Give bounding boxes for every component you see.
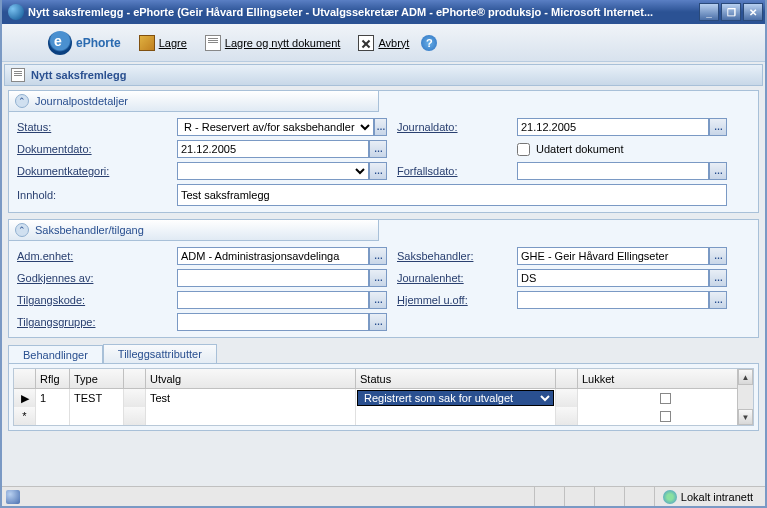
status-row-select[interactable]: Registrert som sak for utvalget — [357, 390, 554, 406]
godkjennes-input[interactable] — [177, 269, 369, 287]
tilgangsgruppe-picker[interactable]: … — [369, 313, 387, 331]
panel-title: Journalpostdetaljer — [35, 95, 128, 107]
save-new-label: Lagre og nytt dokument — [225, 37, 341, 49]
logo-text: ePhorte — [76, 36, 121, 50]
admenhet-input[interactable] — [177, 247, 369, 265]
saksbehandler-picker[interactable]: … — [709, 247, 727, 265]
forfallsdato-label: Forfallsdato: — [397, 165, 507, 177]
saksbehandler-label: Saksbehandler: — [397, 250, 507, 262]
app-icon — [8, 4, 24, 20]
zone-text: Lokalt intranett — [681, 491, 753, 503]
window-titlebar: Nytt saksfremlegg - ePhorte (Geir Håvard… — [2, 0, 765, 24]
journaldato-picker[interactable]: … — [709, 118, 727, 136]
zone-icon — [663, 490, 677, 504]
status-select[interactable]: R - Reservert av/for saksbehandler — [177, 118, 374, 136]
close-button[interactable]: ✕ — [743, 3, 763, 21]
dokumentkategori-label: Dokumentkategori: — [17, 165, 167, 177]
table-row-new[interactable]: * — [14, 407, 753, 425]
collapse-icon: ⌃ — [15, 223, 29, 237]
scroll-up-icon[interactable]: ▲ — [738, 369, 753, 385]
done-icon — [6, 490, 20, 504]
save-icon — [139, 35, 155, 51]
tilgangskode-picker[interactable]: … — [369, 291, 387, 309]
panel-journalpostdetaljer: ⌃ Journalpostdetaljer Status: R - Reserv… — [8, 90, 759, 213]
row-marker-new: * — [14, 407, 36, 425]
godkjennes-picker[interactable]: … — [369, 269, 387, 287]
dokumentdato-input[interactable] — [177, 140, 369, 158]
tab-tilleggsattributter[interactable]: Tilleggsattributter — [103, 344, 217, 363]
saksbehandler-input[interactable] — [517, 247, 709, 265]
grid-header-status[interactable]: Status — [356, 369, 556, 388]
admenhet-picker[interactable]: … — [369, 247, 387, 265]
tab-behandlinger[interactable]: Behandlinger — [8, 345, 103, 364]
udatert-label: Udatert dokument — [536, 143, 623, 155]
grid-header-rflg[interactable]: Rflg — [36, 369, 70, 388]
innhold-label: Innhold: — [17, 189, 167, 201]
cell-btn2[interactable] — [556, 389, 578, 407]
tab-panel: Rflg Type Utvalg Status Lukket ▶ 1 TEST … — [8, 363, 759, 431]
grid-header-type[interactable]: Type — [70, 369, 124, 388]
lukket-checkbox[interactable] — [660, 393, 671, 404]
admenhet-label: Adm.enhet: — [17, 250, 167, 262]
grid-scrollbar[interactable]: ▲ ▼ — [737, 369, 753, 425]
panel-title: Saksbehandler/tilgang — [35, 224, 144, 236]
grid-header-utvalg[interactable]: Utvalg — [146, 369, 356, 388]
toolbar: ePhorte Lagre Lagre og nytt dokument Avb… — [2, 24, 765, 62]
grid-header-blank2 — [556, 369, 578, 388]
journaldato-input[interactable] — [517, 118, 709, 136]
logo-icon — [48, 31, 72, 55]
dokumentkategori-picker[interactable]: … — [369, 162, 387, 180]
document-icon — [205, 35, 221, 51]
dokumentkategori-select[interactable] — [177, 162, 369, 180]
cell-rflg[interactable]: 1 — [36, 389, 70, 407]
status-label: Status: — [17, 121, 167, 133]
grid-header-rowmark — [14, 369, 36, 388]
document-icon — [11, 68, 25, 82]
godkjennes-label: Godkjennes av: — [17, 272, 167, 284]
journalenhet-input[interactable] — [517, 269, 709, 287]
udatert-checkbox[interactable] — [517, 143, 530, 156]
cell-type[interactable]: TEST — [70, 389, 124, 407]
journalenhet-picker[interactable]: … — [709, 269, 727, 287]
scroll-down-icon[interactable]: ▼ — [738, 409, 753, 425]
help-button[interactable]: ? — [421, 35, 437, 51]
hjemmel-input[interactable] — [517, 291, 709, 309]
collapse-icon: ⌃ — [15, 94, 29, 108]
tilgangsgruppe-input[interactable] — [177, 313, 369, 331]
cell-status[interactable]: Registrert som sak for utvalget — [356, 389, 556, 407]
save-button[interactable]: Lagre — [133, 33, 193, 53]
panel-header-saksbehandler[interactable]: ⌃ Saksbehandler/tilgang — [9, 220, 379, 241]
lukket-checkbox-new[interactable] — [660, 411, 671, 422]
panel-saksbehandler: ⌃ Saksbehandler/tilgang Adm.enhet: … Sak… — [8, 219, 759, 338]
forfallsdato-picker[interactable]: … — [709, 162, 727, 180]
grid-header-blank1 — [124, 369, 146, 388]
tilgangskode-input[interactable] — [177, 291, 369, 309]
restore-button[interactable]: ❐ — [721, 3, 741, 21]
udatert-checkbox-wrap[interactable]: Udatert dokument — [517, 143, 727, 156]
innhold-input[interactable] — [177, 184, 727, 206]
tabs: Behandlinger Tilleggsattributter — [8, 344, 759, 363]
dokumentdato-label: Dokumentdato: — [17, 143, 167, 155]
save-new-button[interactable]: Lagre og nytt dokument — [199, 33, 347, 53]
cancel-button[interactable]: Avbryt — [352, 33, 415, 53]
table-row[interactable]: ▶ 1 TEST Test Registrert som sak for utv… — [14, 389, 753, 407]
grid-header-lukket[interactable]: Lukket — [578, 369, 753, 388]
cell-lukket[interactable] — [578, 389, 753, 407]
dokumentdato-picker[interactable]: … — [369, 140, 387, 158]
cancel-icon — [358, 35, 374, 51]
forfallsdato-input[interactable] — [517, 162, 709, 180]
journaldato-label: Journaldato: — [397, 121, 507, 133]
save-label: Lagre — [159, 37, 187, 49]
cell-btn[interactable] — [124, 389, 146, 407]
cell-utvalg[interactable]: Test — [146, 389, 356, 407]
subtitle-bar: Nytt saksfremlegg — [4, 64, 763, 86]
status-picker[interactable]: … — [374, 118, 387, 136]
panel-header-journalpost[interactable]: ⌃ Journalpostdetaljer — [9, 91, 379, 112]
journalenhet-label: Journalenhet: — [397, 272, 507, 284]
statusbar: Lokalt intranett — [2, 486, 765, 506]
minimize-button[interactable]: _ — [699, 3, 719, 21]
row-marker-current: ▶ — [14, 389, 36, 407]
window-title: Nytt saksfremlegg - ePhorte (Geir Håvard… — [28, 6, 699, 18]
hjemmel-picker[interactable]: … — [709, 291, 727, 309]
tilgangskode-label: Tilgangskode: — [17, 294, 167, 306]
